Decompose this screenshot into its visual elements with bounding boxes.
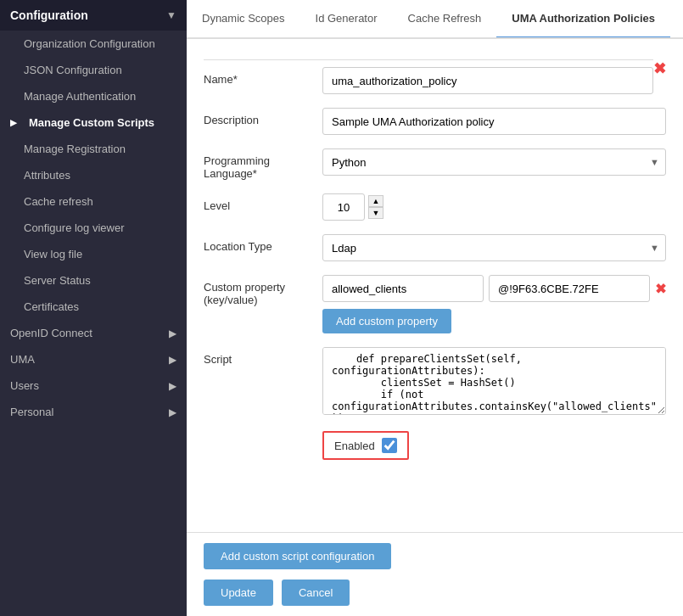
sidebar-item-label: Attributes	[24, 169, 70, 182]
enabled-row: Enabled	[204, 431, 666, 460]
custom-prop-key-input[interactable]	[322, 275, 484, 302]
sidebar-section-uma[interactable]: UMA ▶	[0, 346, 187, 372]
name-row: Name*	[204, 67, 653, 94]
sidebar-section-personal[interactable]: Personal ▶	[0, 399, 187, 425]
script-row: Script def prepareClientsSet(self, confi…	[204, 347, 666, 417]
custom-prop-label: Custom property (key/value)	[204, 275, 322, 306]
custom-prop-fields: ✖ Add custom property	[322, 275, 666, 333]
description-field-wrapper	[322, 108, 666, 135]
spinner-buttons: ▲ ▼	[368, 195, 383, 219]
description-row: Description	[204, 108, 666, 135]
script-field-wrapper: def prepareClientsSet(self, configuratio…	[322, 347, 666, 417]
location-type-row: Location Type Ldap File Database ▼	[204, 234, 666, 261]
close-button[interactable]: ✖	[653, 59, 666, 78]
prog-lang-select[interactable]: Python JavaScript Java	[322, 148, 666, 176]
level-row: Level ▲ ▼	[204, 193, 666, 221]
sidebar-item-label: Manage Custom Scripts	[29, 116, 154, 129]
chevron-right-icon: ▶	[169, 354, 176, 366]
sidebar-header[interactable]: Configuration ▼	[0, 0, 187, 31]
sidebar-item-configure-log[interactable]: Configure log viewer	[0, 215, 187, 241]
sidebar-item-view-log[interactable]: View log file	[0, 241, 187, 267]
spinner-down-button[interactable]: ▼	[368, 207, 383, 219]
script-label: Script	[204, 347, 322, 366]
level-label: Level	[204, 193, 322, 212]
chevron-right-icon: ▶	[169, 380, 176, 392]
tab-appli[interactable]: Appli	[670, 0, 683, 39]
tab-uma-auth-policies[interactable]: UMA Authorization Policies	[496, 0, 670, 39]
prog-lang-select-wrapper: Python JavaScript Java ▼	[322, 148, 666, 176]
add-config-button[interactable]: Add custom script configuration	[204, 543, 391, 569]
location-type-select[interactable]: Ldap File Database	[322, 234, 666, 261]
chevron-right-icon: ▶	[169, 328, 176, 339]
bottom-bar: Add custom script configuration	[187, 532, 683, 580]
level-input[interactable]	[322, 193, 365, 221]
sidebar-section-uma-label: UMA	[10, 353, 35, 366]
sidebar-item-certificates[interactable]: Certificates	[0, 294, 187, 320]
update-button[interactable]: Update	[204, 580, 273, 606]
custom-prop-row: Custom property (key/value) ✖ Add custom…	[204, 275, 666, 333]
custom-prop-value-input[interactable]	[489, 275, 650, 302]
custom-prop-entry: ✖	[322, 275, 666, 302]
description-input[interactable]	[322, 108, 666, 135]
sidebar-item-attributes[interactable]: Attributes	[0, 162, 187, 188]
sidebar-item-cache-refresh[interactable]: Cache refresh	[0, 188, 187, 215]
level-field-wrapper: ▲ ▼	[322, 193, 666, 221]
sidebar-item-org-config[interactable]: Organization Configuration	[0, 31, 187, 57]
sidebar-section-users-label: Users	[10, 379, 39, 392]
tab-cache-refresh[interactable]: Cache Refresh	[393, 0, 497, 39]
cancel-button[interactable]: Cancel	[282, 580, 350, 606]
sidebar-item-label: Server Status	[24, 274, 91, 287]
form-content: ✖ Name* Description Programming Language…	[187, 39, 683, 532]
sidebar: Configuration ▼ Organization Configurati…	[0, 0, 187, 616]
description-label: Description	[204, 108, 322, 126]
name-label: Name*	[204, 67, 322, 86]
sidebar-section-title: Configuration	[10, 8, 88, 22]
sidebar-item-manage-auth[interactable]: Manage Authentication	[0, 83, 187, 109]
main-content: Dynamic Scopes Id Generator Cache Refres…	[187, 0, 683, 616]
sidebar-item-manage-scripts[interactable]: Manage Custom Scripts	[0, 109, 187, 136]
sidebar-item-label: Configure log viewer	[24, 221, 125, 234]
script-textarea[interactable]: def prepareClientsSet(self, configuratio…	[322, 347, 666, 415]
location-type-select-wrapper: Ldap File Database ▼	[322, 234, 666, 261]
sidebar-section-openid-label: OpenID Connect	[10, 327, 92, 339]
enabled-checkbox[interactable]	[382, 438, 397, 453]
sidebar-item-label: View log file	[24, 248, 82, 260]
sidebar-item-label: JSON Configuration	[24, 64, 122, 76]
divider	[204, 59, 653, 60]
spinner-up-button[interactable]: ▲	[368, 195, 383, 207]
sidebar-item-label: Cache refresh	[24, 195, 93, 208]
tab-id-generator[interactable]: Id Generator	[300, 0, 393, 39]
sidebar-section-openid[interactable]: OpenID Connect ▶	[0, 320, 187, 346]
level-spinner: ▲ ▼	[322, 193, 666, 221]
sidebar-item-label: Certificates	[24, 300, 79, 313]
delete-prop-button[interactable]: ✖	[655, 281, 666, 297]
sidebar-item-server-status[interactable]: Server Status	[0, 267, 187, 294]
sidebar-chevron-icon: ▼	[166, 9, 176, 21]
tab-bar: Dynamic Scopes Id Generator Cache Refres…	[187, 0, 683, 39]
location-type-label: Location Type	[204, 234, 322, 253]
name-input[interactable]	[322, 67, 653, 94]
sidebar-item-manage-reg[interactable]: Manage Registration	[0, 136, 187, 162]
sidebar-item-label: Manage Registration	[24, 143, 126, 155]
prog-lang-row: Programming Language* Python JavaScript …	[204, 148, 666, 180]
sidebar-section-personal-label: Personal	[10, 406, 53, 418]
sidebar-item-label: Organization Configuration	[24, 37, 155, 50]
prog-lang-label: Programming Language*	[204, 148, 322, 180]
name-field-wrapper	[322, 67, 653, 94]
sidebar-item-label: Manage Authentication	[24, 90, 136, 103]
add-custom-property-button[interactable]: Add custom property	[322, 309, 451, 333]
enabled-box: Enabled	[322, 431, 409, 460]
action-bar: Update Cancel	[187, 580, 683, 616]
sidebar-item-json-config[interactable]: JSON Configuration	[0, 57, 187, 83]
enabled-label: Enabled	[334, 440, 375, 452]
tab-dynamic-scopes[interactable]: Dynamic Scopes	[187, 0, 300, 39]
sidebar-section-users[interactable]: Users ▶	[0, 372, 187, 399]
chevron-right-icon: ▶	[169, 406, 176, 418]
